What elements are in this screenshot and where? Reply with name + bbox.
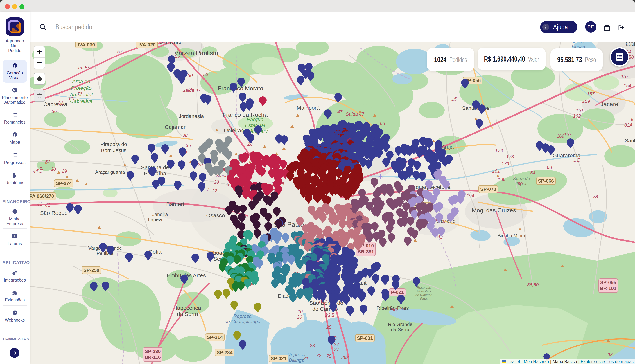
svg-text:km 55: km 55 <box>77 65 90 70</box>
svg-text:Pires: Pires <box>420 297 428 300</box>
svg-text:Biritiba Mirim: Biritiba Mirim <box>497 233 525 238</box>
svg-text:Florestais: Florestais <box>417 290 431 293</box>
svg-text:Serra do: Serra do <box>513 176 530 181</box>
svg-text:25: 25 <box>326 324 331 330</box>
svg-text:178: 178 <box>506 154 514 159</box>
svg-text:Itapevi: Itapevi <box>148 217 162 222</box>
svg-text:Jordanésia: Jordanésia <box>179 113 204 119</box>
svg-text:Santa: Santa <box>625 138 635 144</box>
svg-text:86,60: 86,60 <box>527 282 539 288</box>
svg-text:IVA-020: IVA-020 <box>138 42 156 48</box>
svg-text:7: 7 <box>206 187 209 192</box>
svg-text:29: 29 <box>62 168 67 174</box>
svg-text:50: 50 <box>628 54 634 60</box>
svg-text:SP-031: SP-031 <box>357 335 373 341</box>
svg-text:162: 162 <box>573 113 581 118</box>
svg-text:Reservas: Reservas <box>417 286 431 290</box>
svg-text:50: 50 <box>188 73 193 78</box>
svg-text:35: 35 <box>38 166 43 171</box>
svg-text:Várzea Paulista: Várzea Paulista <box>174 50 218 56</box>
svg-text:Rio Grande: Rio Grande <box>388 322 412 327</box>
svg-text:Jaguari: Jaguari <box>570 44 585 49</box>
svg-text:BR-101: BR-101 <box>600 286 616 291</box>
svg-text:157: 157 <box>587 91 595 96</box>
svg-text:Araçariguama: Araçariguama <box>95 169 125 175</box>
svg-text:P-021: P-021 <box>391 290 404 295</box>
svg-text:Cabreúva: Cabreúva <box>43 101 67 107</box>
svg-text:Cajamar: Cajamar <box>165 124 185 130</box>
svg-text:86: 86 <box>52 109 57 114</box>
svg-text:Billings: Billings <box>289 358 304 363</box>
svg-text:BR-116: BR-116 <box>145 354 161 360</box>
svg-text:de Guarapiranga: de Guarapiranga <box>225 319 260 324</box>
svg-text:Pirapora do: Pirapora do <box>101 142 127 147</box>
svg-text:186: 186 <box>498 177 505 182</box>
svg-text:Represa: Represa <box>234 313 252 319</box>
svg-text:23: 23 <box>310 343 315 348</box>
svg-text:53: 53 <box>203 72 208 77</box>
svg-text:36: 36 <box>186 143 191 148</box>
svg-text:30: 30 <box>51 166 56 172</box>
svg-text:38: 38 <box>183 132 188 138</box>
svg-text:Caieiras: Caieiras <box>224 128 244 134</box>
svg-text:60: 60 <box>517 181 522 186</box>
svg-text:27: 27 <box>333 342 339 347</box>
svg-text:SP-274: SP-274 <box>56 180 72 186</box>
svg-text:Parque: Parque <box>247 116 263 122</box>
svg-text:161: 161 <box>576 108 583 113</box>
svg-text:SP-021: SP-021 <box>271 356 287 361</box>
svg-text:83A: 83A <box>624 122 632 128</box>
svg-text:159: 159 <box>582 98 590 104</box>
svg-text:6: 6 <box>631 117 633 122</box>
svg-text:72: 72 <box>316 353 321 358</box>
svg-text:23: 23 <box>214 180 219 184</box>
svg-text:SPA 060/270: SPA 060/270 <box>30 194 54 199</box>
svg-text:SP-214: SP-214 <box>207 334 223 340</box>
svg-text:194: 194 <box>466 193 474 198</box>
svg-text:75: 75 <box>326 354 331 359</box>
svg-text:São Roque: São Roque <box>40 210 68 216</box>
svg-text:da Serra: da Serra <box>391 327 409 332</box>
svg-text:Saída 47: Saída 47 <box>182 88 201 93</box>
svg-text:BR-381: BR-381 <box>358 249 374 254</box>
svg-text:Osasco: Osasco <box>206 212 225 218</box>
svg-text:157: 157 <box>621 74 629 79</box>
svg-text:167: 167 <box>564 132 572 137</box>
svg-text:Jandira: Jandira <box>152 212 168 217</box>
svg-text:Saída 47: Saída 47 <box>346 112 364 116</box>
svg-text:SP-234: SP-234 <box>217 350 233 355</box>
svg-text:Represa: Represa <box>287 352 305 358</box>
svg-text:173: 173 <box>495 148 503 153</box>
svg-text:SP-250: SP-250 <box>84 268 99 273</box>
svg-text:86: 86 <box>392 307 397 312</box>
svg-text:6: 6 <box>227 182 229 187</box>
svg-text:27: 27 <box>334 347 339 352</box>
svg-text:78: 78 <box>77 91 83 96</box>
svg-text:62: 62 <box>45 159 50 164</box>
svg-text:SP-055: SP-055 <box>600 280 616 285</box>
svg-text:154: 154 <box>623 83 631 88</box>
svg-text:47: 47 <box>337 109 343 114</box>
svg-text:98: 98 <box>607 352 612 357</box>
svg-text:20: 20 <box>297 309 303 314</box>
svg-text:IVA-030: IVA-030 <box>78 42 95 48</box>
svg-text:68: 68 <box>547 165 552 170</box>
svg-text:64: 64 <box>530 170 535 176</box>
svg-text:Proteção: Proteção <box>71 85 92 91</box>
svg-text:80: 80 <box>69 96 74 101</box>
svg-text:20: 20 <box>297 314 302 320</box>
svg-text:68: 68 <box>380 121 385 126</box>
svg-text:Mairiporã: Mairiporã <box>297 105 320 111</box>
svg-text:Área de: Área de <box>72 78 90 84</box>
svg-text:Jacareí: Jacareí <box>601 101 620 108</box>
svg-text:87: 87 <box>400 306 405 311</box>
svg-text:Itapecerica: Itapecerica <box>174 305 201 311</box>
svg-text:SP-070: SP-070 <box>480 186 496 192</box>
svg-text:23 B: 23 B <box>325 312 334 318</box>
svg-text:Arujá: Arujá <box>441 144 454 150</box>
svg-text:Barueri: Barueri <box>166 201 184 207</box>
svg-text:21: 21 <box>303 356 309 361</box>
svg-text:Jundiaí: Jundiaí <box>160 42 183 46</box>
svg-text:22: 22 <box>212 188 217 194</box>
svg-text:15: 15 <box>451 96 457 102</box>
